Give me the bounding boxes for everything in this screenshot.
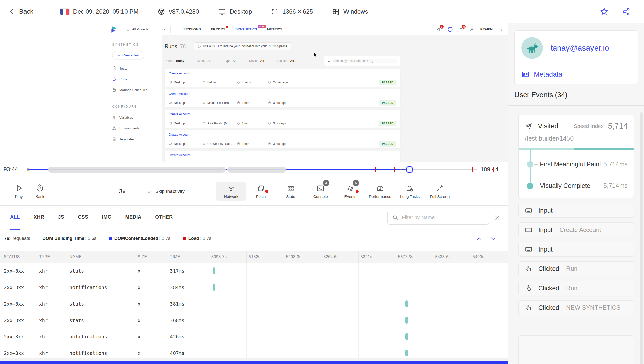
play-button[interactable]: Play — [15, 184, 23, 199]
network-tab-xhr[interactable]: XHR — [34, 206, 44, 230]
inactivity-block — [227, 167, 286, 173]
panel-button-console[interactable]: 4 Console — [306, 182, 335, 201]
stopwatch-icon — [237, 81, 240, 84]
jump-next-icon[interactable] — [490, 235, 497, 242]
user-menu: KRAIEM — [480, 28, 493, 31]
filter-by-name-input[interactable] — [387, 211, 489, 225]
panel-button-network[interactable]: Network — [216, 182, 246, 201]
metadata-button[interactable]: Metadata — [515, 65, 638, 84]
network-row[interactable]: 2xx–3xxxhrstatsx317ms — [0, 263, 508, 279]
desktop-icon — [169, 101, 172, 104]
desktop-icon — [169, 142, 172, 145]
panel-button-full-screen[interactable]: Full Screen — [425, 182, 455, 201]
playhead-handle[interactable] — [406, 166, 413, 173]
run-name-link: Create Account — [165, 130, 400, 139]
cli-link: CLI — [214, 44, 219, 48]
jump-previous-icon[interactable] — [476, 235, 482, 242]
error-marker — [493, 167, 494, 172]
stopwatch-icon — [112, 77, 116, 81]
event-card-input[interactable]: Input — [518, 242, 634, 257]
network-tab-js[interactable]: JS — [58, 206, 64, 230]
close-panel-icon[interactable] — [494, 215, 500, 221]
os-label: Windows — [343, 8, 368, 15]
browser-version-label: v87.0.4280 — [169, 8, 199, 15]
network-tab-other[interactable]: OTHER — [155, 206, 173, 230]
speed-toggle[interactable]: 3x — [119, 188, 126, 195]
asayer-logo-icon — [110, 26, 118, 33]
id-card-icon — [521, 70, 529, 78]
hexagons-icon — [112, 115, 116, 119]
clock-icon — [268, 101, 271, 104]
create-test-button: Create Test — [112, 51, 144, 59]
event-card-input[interactable]: Input — [518, 203, 634, 218]
desktop-icon — [169, 81, 172, 84]
clipboard-icon — [112, 66, 116, 70]
sidebar-section-synthetics: SYNTHETICS — [112, 43, 156, 47]
visited-label: Visited — [538, 122, 558, 130]
dom-building-time: DOM Building Time:1.6s — [42, 236, 96, 241]
current-time-label: 93:44 — [4, 166, 18, 173]
back-10-button[interactable]: 10 Back — [35, 184, 44, 199]
network-tab-css[interactable]: CSS — [78, 206, 88, 230]
share-button[interactable] — [622, 7, 631, 16]
visited-url: /test-builder/1450 — [525, 135, 628, 142]
runs-page-title: Runs — [165, 43, 177, 49]
play-icon — [15, 184, 23, 192]
tab-errors: ERRORS — [211, 27, 225, 31]
network-tab-media[interactable]: MEDIA — [125, 206, 141, 230]
briefcase-clock-icon — [406, 184, 414, 192]
panel-button-fetch[interactable]: Fetch — [246, 182, 276, 201]
network-tab-all[interactable]: ALL — [10, 206, 20, 230]
run-card: Create Account Desktop Asia Pacific (M..… — [165, 110, 400, 128]
project-selector: All Projects — [126, 27, 166, 31]
mouse-cursor-icon — [314, 52, 318, 58]
panel-button-performance[interactable]: Performance — [365, 182, 395, 201]
event-card-input[interactable]: Input Create Account — [518, 222, 634, 237]
share-icon — [622, 7, 631, 16]
file-code-icon — [112, 137, 116, 141]
skip-inactivity-toggle[interactable]: Skip Inactivity — [147, 189, 185, 194]
event-card-clicked[interactable]: Clicked NEW SYNTHETICS — [518, 300, 634, 315]
run-name-link: Create Account — [165, 69, 400, 78]
event-card-partial — [518, 335, 634, 364]
keyboard-icon — [525, 245, 532, 253]
run-card: Create Account Desktop US West (N. Cal..… — [165, 130, 400, 148]
network-row[interactable]: 2xx–3xxxhrnotificationsx384ms — [0, 279, 508, 295]
event-card-clicked[interactable]: Clicked Run — [518, 281, 634, 295]
request-timing-mark — [405, 350, 408, 356]
keyboard-icon — [525, 207, 532, 214]
favorite-button[interactable] — [600, 7, 609, 16]
back-button[interactable]: Back — [9, 8, 33, 15]
sidebar-item-environments: Environments — [112, 126, 156, 130]
network-tab-img[interactable]: IMG — [102, 206, 111, 230]
desktop-icon — [169, 122, 172, 125]
inactivity-block — [48, 167, 226, 173]
network-row[interactable]: 2xx–3xxxhrstatsx381ms — [0, 295, 508, 312]
fetch-loop-icon — [257, 184, 265, 192]
panel-button-state[interactable]: State — [276, 182, 306, 201]
check-icon — [147, 189, 152, 194]
run-card: Create Account Desktop Middle East (Ba..… — [165, 89, 400, 107]
panel-button-events[interactable]: 6 Events — [335, 182, 365, 201]
network-row[interactable]: 2xx–3xxxhrstatsx368ms — [0, 312, 508, 328]
replay-viewport: All Projects SESSIONS ERRORS SYNTHETICSN… — [0, 23, 508, 162]
visited-event-card[interactable]: Visited Speed Index 5,714 /test-builder/… — [518, 115, 634, 198]
panel-scrollbar[interactable] — [640, 112, 643, 364]
load-time: Load:1.7s — [183, 236, 211, 241]
run-card: Create Account Desktop Belgium 4 secs 27… — [165, 69, 400, 87]
replayed-app-header: All Projects SESSIONS ERRORS SYNTHETICSN… — [106, 23, 508, 35]
player-timeline[interactable]: 93:44 109:44 — [0, 162, 508, 177]
horizontal-scrollbar[interactable] — [0, 358, 508, 361]
network-row[interactable]: 2xx–3xxxhrnotificationsx426ms — [0, 328, 508, 345]
event-card-clicked[interactable]: Clicked Run — [518, 261, 634, 276]
errors-notification-dot — [226, 26, 228, 28]
gear-icon — [469, 27, 474, 32]
runs-filters: PeriodToday StatusAll TypeAll DeviceAll … — [165, 56, 400, 66]
resolution-brackets-icon — [271, 8, 279, 15]
calendar-icon — [112, 88, 116, 92]
status-badge: PASSED — [379, 121, 396, 126]
user-email-link[interactable]: tahay@asayer.io — [551, 43, 609, 53]
status-badge: PASSED — [379, 100, 396, 106]
request-timing-mark — [405, 317, 408, 324]
panel-button-long-tasks[interactable]: Long Tasks — [395, 182, 425, 201]
